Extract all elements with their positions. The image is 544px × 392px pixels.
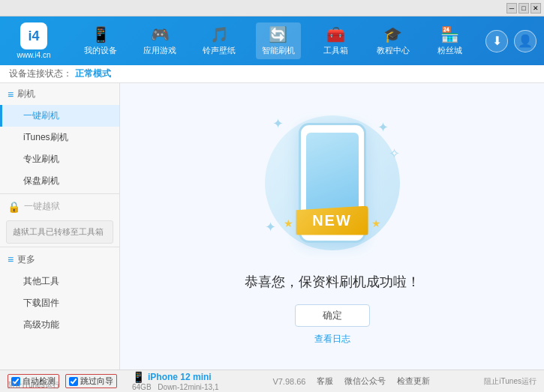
one-key-flash-label: 一键刷机 — [23, 110, 59, 121]
sidebar-divider-2 — [0, 247, 119, 247]
sidebar-item-download-firmware[interactable]: 下载固件 — [0, 292, 119, 314]
status-label: 设备连接状态： — [9, 67, 72, 80]
nav-smart-flash[interactable]: 🔄 智能刷机 — [256, 22, 301, 59]
new-star-right: ★ — [371, 217, 381, 229]
check-update-link[interactable]: 检查更新 — [397, 376, 430, 387]
smart-flash-label: 智能刷机 — [262, 45, 295, 56]
jailbreak-section-label: 一键越狱 — [24, 200, 60, 213]
stop-itunes-label[interactable]: 阻止iTunes运行 — [8, 380, 60, 391]
nav-ringtones[interactable]: 🎵 铃声壁纸 — [197, 22, 242, 59]
my-device-label: 我的设备 — [84, 45, 117, 56]
sidebar-section-flash[interactable]: ≡ 刷机 — [0, 83, 119, 105]
maximize-button[interactable]: □ — [518, 3, 529, 13]
bottom-bar: 自动检测 跳过向导 📱 iPhone 12 mini 64GB Down-12m… — [0, 370, 544, 392]
jailbreak-section-icon: 🔒 — [8, 201, 20, 213]
sidebar-divider-1 — [0, 193, 119, 194]
sparkle-3: ✦ — [265, 219, 276, 235]
device-storage: 64GB — [132, 383, 152, 391]
ringtones-label: 铃声壁纸 — [203, 45, 236, 56]
nav-toolbox[interactable]: 🧰 工具箱 — [315, 22, 356, 59]
ringtones-icon: 🎵 — [210, 25, 229, 43]
other-tools-label: 其他工具 — [23, 276, 59, 286]
sidebar-section-jailbreak[interactable]: 🔒 一键越狱 — [0, 196, 119, 217]
illustration-area: ✦ ✦ ✦ ✧ NEW ★ ★ — [257, 108, 407, 258]
user-button[interactable]: 👤 — [514, 30, 536, 52]
view-log-link[interactable]: 查看日志 — [314, 333, 350, 346]
window-controls[interactable]: ─ □ ✕ — [506, 3, 541, 13]
close-button[interactable]: ✕ — [530, 3, 541, 13]
nav-apps-games[interactable]: 🎮 应用游戏 — [137, 22, 182, 59]
sidebar-item-pro-flash[interactable]: 专业刷机 — [0, 148, 119, 170]
via-wizard-input[interactable] — [69, 377, 78, 386]
phone-icon: 📱 — [132, 371, 145, 383]
sidebar-item-advanced[interactable]: 高级功能 — [0, 314, 119, 336]
version-text: V7.98.66 — [272, 377, 305, 386]
download-firmware-label: 下载固件 — [23, 298, 59, 308]
advanced-label: 高级功能 — [23, 319, 59, 330]
main-layout: ≡ 刷机 一键刷机 iTunes刷机 专业刷机 保盘刷机 🔒 一键越狱 越狱工具… — [0, 83, 544, 370]
tutorials-label: 教程中心 — [377, 45, 410, 56]
title-bar: ─ □ ✕ — [0, 0, 544, 16]
pro-flash-label: 专业刷机 — [23, 154, 59, 164]
sidebar-item-other-tools[interactable]: 其他工具 — [0, 271, 119, 292]
fan-city-label: 粉丝城 — [437, 45, 462, 56]
more-section-label: 更多 — [17, 253, 35, 266]
header: i4 www.i4.cn 📱 我的设备 🎮 应用游戏 🎵 铃声壁纸 🔄 智能刷机… — [0, 16, 544, 65]
apps-games-label: 应用游戏 — [143, 45, 176, 56]
new-star-left: ★ — [284, 217, 293, 229]
more-section-icon: ≡ — [8, 253, 14, 265]
minimize-button[interactable]: ─ — [506, 3, 517, 13]
flash-section-label: 刷机 — [17, 88, 35, 100]
tutorials-icon: 🎓 — [383, 25, 402, 43]
smart-flash-icon: 🔄 — [269, 25, 287, 43]
save-flash-label: 保盘刷机 — [23, 175, 59, 186]
status-value: 正常模式 — [75, 67, 111, 80]
toolbox-icon: 🧰 — [326, 25, 345, 43]
fan-city-icon: 🏪 — [440, 25, 459, 43]
toolbox-label: 工具箱 — [323, 45, 348, 56]
download-button[interactable]: ⬇ — [485, 30, 508, 52]
new-badge: NEW — [296, 206, 368, 235]
device-name: iPhone 12 mini — [148, 372, 212, 382]
sidebar-item-save-flash[interactable]: 保盘刷机 — [0, 170, 119, 192]
sidebar: ≡ 刷机 一键刷机 iTunes刷机 专业刷机 保盘刷机 🔒 一键越狱 越狱工具… — [0, 83, 120, 370]
jailbreak-info-text: 越狱工具已转移至工具箱 — [13, 227, 104, 236]
nav-items: 📱 我的设备 🎮 应用游戏 🎵 铃声壁纸 🔄 智能刷机 🧰 工具箱 🎓 教程中心… — [71, 22, 478, 59]
phone-screen — [306, 133, 359, 215]
device-details: 64GB Down-12mini-13,1 — [132, 383, 219, 391]
apps-games-icon: 🎮 — [151, 25, 170, 43]
sidebar-section-more[interactable]: ≡ 更多 — [0, 249, 119, 271]
nav-my-device[interactable]: 📱 我的设备 — [78, 22, 123, 59]
bottom-right: V7.98.66 客服 微信公众号 检查更新 — [272, 376, 430, 387]
wechat-official-link[interactable]: 微信公众号 — [344, 376, 386, 387]
status-bar: 设备连接状态： 正常模式 — [0, 65, 544, 83]
itunes-flash-label: iTunes刷机 — [23, 132, 68, 142]
nav-right-buttons: ⬇ 👤 — [485, 30, 536, 52]
stop-itunes-button[interactable]: 阻止iTunes运行 — [484, 376, 536, 387]
sparkle-2: ✦ — [377, 119, 389, 136]
sidebar-item-one-key-flash[interactable]: 一键刷机 — [0, 105, 119, 127]
via-wizard-checkbox[interactable]: 跳过向导 — [65, 374, 117, 388]
device-info: 📱 iPhone 12 mini 64GB Down-12mini-13,1 — [132, 371, 219, 391]
logo-icon: i4 — [20, 22, 47, 49]
nav-tutorials[interactable]: 🎓 教程中心 — [371, 22, 416, 59]
device-firmware: Down-12mini-13,1 — [158, 383, 218, 391]
flash-section-icon: ≡ — [8, 88, 14, 100]
customer-service-link[interactable]: 客服 — [317, 376, 333, 387]
logo-subtitle: www.i4.cn — [17, 51, 50, 59]
my-device-icon: 📱 — [92, 25, 110, 43]
via-wizard-label: 跳过向导 — [80, 376, 113, 387]
nav-fan-city[interactable]: 🏪 粉丝城 — [429, 22, 470, 59]
sidebar-item-itunes-flash[interactable]: iTunes刷机 — [0, 127, 119, 148]
jailbreak-info-box: 越狱工具已转移至工具箱 — [6, 220, 113, 244]
sparkle-4: ✧ — [389, 145, 400, 162]
confirm-button[interactable]: 确定 — [295, 304, 370, 327]
success-message: 恭喜您，保资料刷机成功啦！ — [245, 273, 420, 291]
content-area: ✦ ✦ ✦ ✧ NEW ★ ★ 恭喜您，保资料刷机成功啦！ 确定 查看日志 — [120, 83, 544, 370]
logo-area: i4 www.i4.cn — [8, 22, 60, 59]
sparkle-1: ✦ — [272, 115, 284, 132]
